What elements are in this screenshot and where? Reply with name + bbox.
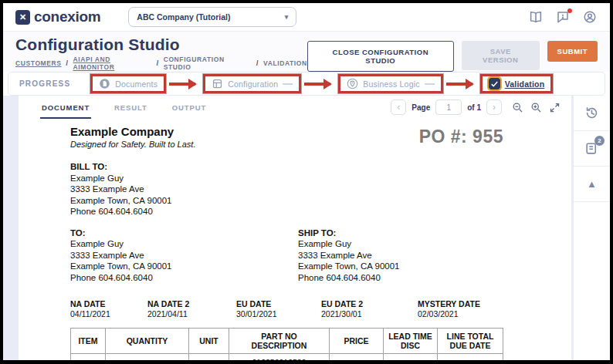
tab-document[interactable]: DOCUMENT bbox=[40, 96, 91, 119]
progress-label: PROGRESS bbox=[19, 79, 70, 88]
progress-step-validation[interactable]: Validation bbox=[480, 74, 554, 93]
progress-step-label: Business Logic bbox=[363, 79, 419, 89]
bill-to-address: Example Guy 3333 Example Ave Example Tow… bbox=[70, 173, 571, 217]
dates-row: NA DATE 04/11/2021 NA DATE 2 2021/04/11 … bbox=[70, 299, 571, 319]
document-viewer-panel: DOCUMENT RESULT OUTPUT ‹ Page of 1 › bbox=[19, 96, 571, 360]
user-avatar-icon[interactable] bbox=[582, 9, 598, 25]
next-page-button[interactable]: › bbox=[486, 99, 502, 115]
date-label: NA DATE 2 bbox=[147, 299, 236, 309]
progress-step-label: Documents bbox=[115, 79, 157, 89]
notification-dot bbox=[567, 8, 572, 13]
breadcrumb-separator: / bbox=[157, 59, 159, 67]
progress-bar: PROGRESS Documents Configuration Busines… bbox=[8, 72, 605, 96]
date-mystery: MYSTERY DATE 02/03/2021 bbox=[418, 299, 480, 319]
zoom-in-icon[interactable] bbox=[530, 102, 542, 113]
to-block: TO: Example Guy 3333 Example Ave Example… bbox=[70, 228, 298, 284]
breadcrumb-separator: / bbox=[256, 59, 259, 67]
tab-result[interactable]: RESULT bbox=[113, 96, 149, 119]
page-title: Configuration Studio bbox=[15, 35, 307, 54]
tab-output[interactable]: OUTPUT bbox=[171, 96, 208, 119]
table-row: 1 1 EA 012356010589 80 Skis 177cm Black … bbox=[71, 354, 503, 361]
cell-price: $ 499.99 bbox=[330, 354, 384, 361]
po-number: PO #: 955 bbox=[419, 126, 503, 147]
col-quantity: QUANTITY bbox=[106, 329, 189, 354]
col-price: PRICE bbox=[330, 329, 384, 354]
company-selector-dropdown[interactable]: ABC Company (Tutorial) ▾ bbox=[128, 7, 296, 27]
breadcrumb: CUSTOMERS / AIAPI AND AIMONITOR / CONFIG… bbox=[15, 56, 307, 71]
cell-quantity: 1 bbox=[106, 354, 189, 361]
cell-partno-description: 012356010589 80 Skis 177cm Black color bbox=[229, 354, 330, 361]
document-page: Example Company Designed for Safety. Bui… bbox=[19, 119, 571, 360]
date-na2: NA DATE 2 2021/04/11 bbox=[147, 299, 236, 319]
company-selector-value: ABC Company (Tutorial) bbox=[137, 12, 230, 22]
ship-to-address: Example Guy 3333 Example Ave Example Tow… bbox=[298, 238, 399, 283]
date-value: 2021/30/01 bbox=[321, 309, 418, 319]
to-heading: TO: bbox=[70, 228, 298, 239]
progress-step-label: Configuration bbox=[228, 79, 278, 89]
notes-badge: 2 bbox=[594, 136, 605, 146]
date-eu2: EU DATE 2 2021/30/01 bbox=[321, 299, 418, 319]
breadcrumb-validation: VALIDATION bbox=[263, 59, 307, 67]
line-items-table: ITEM QUANTITY UNIT PART NO DESCRIPTION P… bbox=[70, 328, 503, 360]
right-rail: 2 ▲ bbox=[574, 96, 610, 360]
app-window: ✕ conexiom ABC Company (Tutorial) ▾ Conf… bbox=[3, 3, 610, 360]
date-value: 30/01/2021 bbox=[236, 309, 321, 319]
conexiom-logo: ✕ conexiom bbox=[15, 8, 100, 25]
document-icon bbox=[99, 78, 110, 89]
date-eu: EU DATE 30/01/2021 bbox=[236, 299, 321, 319]
validation-icon bbox=[489, 78, 500, 89]
feedback-icon[interactable] bbox=[555, 9, 571, 25]
main-area: DOCUMENT RESULT OUTPUT ‹ Page of 1 › bbox=[3, 96, 610, 360]
cell-leadtime-disc: 9 10% bbox=[384, 354, 438, 361]
col-leadtime-disc: LEAD TIME DISC bbox=[384, 329, 438, 354]
progress-step-business-logic[interactable]: Business Logic bbox=[338, 74, 442, 93]
bill-to-heading: BILL TO: bbox=[70, 161, 571, 173]
bill-to-block: BILL TO: Example Guy 3333 Example Ave Ex… bbox=[70, 161, 571, 217]
ship-to-block: SHIP TO: Example Guy 3333 Example Ave Ex… bbox=[298, 228, 399, 284]
history-icon bbox=[584, 106, 599, 120]
docs-book-icon[interactable] bbox=[528, 9, 544, 25]
fullscreen-icon[interactable] bbox=[549, 102, 561, 113]
page-header: Configuration Studio CUSTOMERS / AIAPI A… bbox=[3, 31, 610, 72]
to-address: Example Guy 3333 Example Ave Example Tow… bbox=[70, 238, 298, 283]
breadcrumb-separator: / bbox=[66, 59, 69, 67]
progress-step-configuration[interactable]: Configuration bbox=[203, 74, 301, 93]
step-connector bbox=[425, 83, 435, 85]
configuration-icon bbox=[212, 78, 223, 89]
notes-button[interactable]: 2 bbox=[574, 131, 610, 167]
pagination-controls: ‹ Page of 1 › bbox=[391, 99, 561, 115]
submit-button[interactable]: SUBMIT bbox=[547, 41, 598, 62]
page-number-input[interactable] bbox=[435, 99, 462, 115]
close-configuration-studio-button[interactable]: CLOSE CONFIGURATION STUDIO bbox=[307, 41, 454, 72]
upload-button[interactable]: ▲ bbox=[574, 167, 610, 202]
history-button[interactable] bbox=[574, 96, 610, 131]
date-label: EU DATE 2 bbox=[321, 299, 418, 309]
date-value: 2021/04/11 bbox=[147, 309, 236, 319]
date-label: NA DATE bbox=[70, 299, 147, 309]
breadcrumb-customers[interactable]: CUSTOMERS bbox=[15, 59, 62, 67]
step-connector bbox=[283, 83, 293, 85]
chevron-down-icon: ▾ bbox=[285, 13, 289, 21]
col-item: ITEM bbox=[71, 329, 106, 354]
annotation-arrow bbox=[304, 83, 330, 86]
cell-unit: EA bbox=[189, 354, 229, 361]
date-label: MYSTERY DATE bbox=[418, 299, 480, 309]
prev-page-button[interactable]: ‹ bbox=[391, 99, 406, 115]
cell-linetotal-duedate: $499.99 02.03.2021 bbox=[438, 354, 503, 361]
date-na: NA DATE 04/11/2021 bbox=[70, 299, 147, 319]
brand-name: conexiom bbox=[34, 8, 100, 25]
date-value: 02/03/2021 bbox=[418, 309, 480, 319]
conexiom-logo-icon: ✕ bbox=[15, 10, 30, 25]
col-linetotal-duedate: LINE TOTAL DUE DATE bbox=[438, 329, 503, 354]
progress-step-documents[interactable]: Documents bbox=[90, 74, 166, 93]
page-label: Page bbox=[411, 103, 430, 112]
date-label: EU DATE bbox=[236, 299, 321, 309]
cell-item: 1 bbox=[71, 354, 106, 361]
ship-to-heading: SHIP TO: bbox=[298, 228, 399, 239]
save-version-button[interactable]: SAVE VERSION bbox=[462, 41, 540, 70]
pin-icon bbox=[347, 78, 358, 89]
zoom-out-icon[interactable] bbox=[512, 102, 523, 113]
table-header-row: ITEM QUANTITY UNIT PART NO DESCRIPTION P… bbox=[71, 329, 503, 354]
breadcrumb-customer-name[interactable]: AIAPI AND AIMONITOR bbox=[73, 56, 152, 71]
col-unit: UNIT bbox=[189, 329, 229, 354]
